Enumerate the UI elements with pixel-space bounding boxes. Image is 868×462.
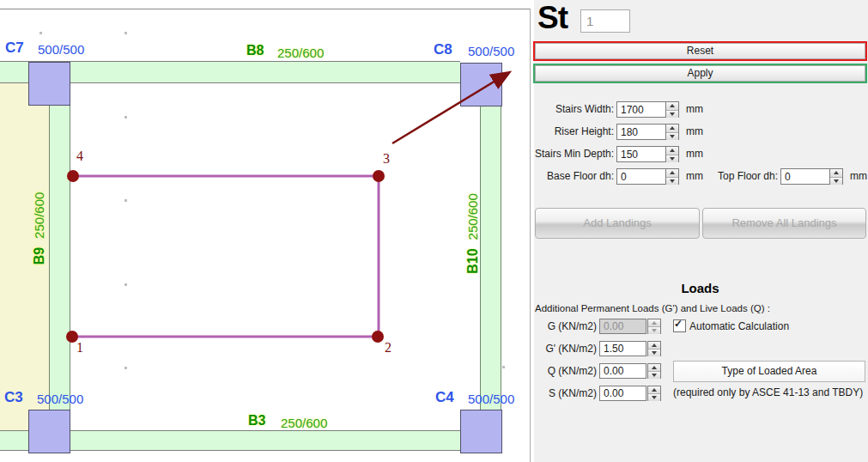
stairs-min-depth-unit: mm (686, 145, 703, 163)
loads-section-title: Loads (534, 281, 866, 295)
stair-vertex-handle-4[interactable] (67, 170, 79, 182)
g-load-spinner (647, 319, 661, 334)
top-floor-dh-input[interactable] (780, 168, 830, 185)
stair-region-overlay (0, 0, 531, 462)
automatic-calculation-checkbox[interactable]: ✓ (673, 319, 686, 332)
g-prime-load-input[interactable] (599, 341, 646, 356)
panel-title: St (537, 0, 568, 36)
s-load-input[interactable] (599, 386, 646, 401)
vertex-label-2: 2 (385, 340, 392, 356)
type-of-loaded-area-button[interactable]: Type of Loaded Area (673, 361, 865, 382)
vertex-label-3: 3 (383, 151, 390, 167)
stairs-width-unit: mm (686, 100, 703, 119)
stair-boundary-line[interactable] (72, 176, 379, 337)
reset-button-frame: Reset (533, 41, 867, 61)
top-floor-dh-label: Top Floor dh: (713, 167, 778, 185)
q-load-label: Q (KN/m2) (534, 362, 597, 380)
g-load-label: G (KN/m2) (534, 318, 597, 335)
g-prime-load-spinner[interactable] (647, 341, 661, 356)
stairs-min-depth-label: Stairs Min Depth: (534, 145, 614, 163)
riser-height-unit: mm (686, 123, 703, 141)
add-landings-button[interactable]: Add Landings (535, 208, 700, 239)
plan-canvas[interactable]: C7 500/500 C8 500/500 C3 500/500 C4 500/… (0, 0, 531, 462)
pointer-arrow (392, 73, 508, 143)
vertex-label-4: 4 (76, 149, 83, 164)
riser-height-label: Riser Height: (534, 123, 614, 141)
apply-button-frame: Apply (533, 64, 867, 83)
g-prime-load-label: G' (KN/m2) (534, 340, 597, 357)
stair-vertex-handle-2[interactable] (372, 331, 384, 343)
checkmark-icon: ✓ (674, 318, 683, 330)
apply-button[interactable]: Apply (535, 65, 865, 82)
q-load-spinner[interactable] (647, 363, 661, 379)
vertex-label-1: 1 (76, 340, 83, 356)
riser-height-input[interactable] (616, 124, 666, 140)
base-floor-dh-spinner[interactable] (665, 168, 679, 185)
stairs-width-input[interactable] (616, 101, 666, 118)
stairs-width-label: Stairs Width: (534, 100, 614, 119)
reset-button[interactable]: Reset (535, 43, 865, 59)
top-floor-dh-unit: mm (850, 167, 867, 185)
loads-caption: Additional Permanent Loads (G') and Live… (535, 303, 770, 313)
stair-number-input[interactable] (580, 9, 630, 33)
stairs-min-depth-spinner[interactable] (665, 146, 679, 162)
g-load-input (599, 319, 646, 334)
s-load-label: S (KN/m2) (534, 385, 597, 402)
automatic-calculation-label: Automatic Calculation (689, 318, 789, 335)
stair-vertex-handle-3[interactable] (373, 170, 385, 182)
q-load-input[interactable] (599, 363, 646, 379)
asce-tbdy-note: (required only by ASCE 41-13 and TBDY) (673, 384, 863, 401)
stairs-width-spinner[interactable] (665, 101, 679, 118)
top-floor-dh-spinner[interactable] (829, 168, 843, 185)
base-floor-dh-label: Base Floor dh: (534, 167, 614, 185)
riser-height-spinner[interactable] (665, 124, 679, 140)
stairs-min-depth-input[interactable] (616, 146, 666, 162)
base-floor-dh-unit: mm (686, 167, 703, 185)
base-floor-dh-input[interactable] (616, 168, 666, 185)
remove-all-landings-button[interactable]: Remove All Landings (702, 208, 866, 239)
s-load-spinner[interactable] (647, 386, 661, 401)
